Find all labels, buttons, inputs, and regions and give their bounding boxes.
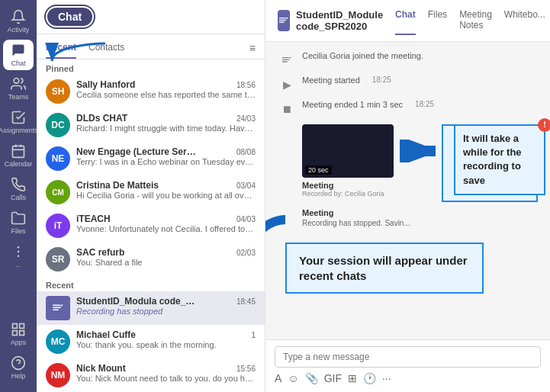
sticker-icon[interactable]: ⊞ — [348, 372, 357, 384]
meeting-title: StudentID_Module code_SPR2020 — [296, 9, 383, 32]
recording-subtitle: Recorded by: Cecilia Goria — [302, 190, 394, 198]
end-icon: ⏹ — [278, 100, 296, 118]
chat-info: DLDs CHAT 24/03 Richard: I might struggl… — [76, 113, 256, 133]
main-header: StudentID_Module code_SPR2020 Chat Files… — [265, 0, 550, 42]
chat-time: 24/03 — [236, 114, 256, 123]
sidebar-item-assignments[interactable]: Assignments — [3, 107, 34, 137]
chat-item-new-engage[interactable]: NE New Engage (Lecture Services) Board 0… — [37, 142, 265, 175]
format-icon[interactable]: A — [275, 372, 281, 384]
chat-name: Cristina De Matteis — [76, 180, 159, 191]
sidebar-item-calendar[interactable]: Calendar — [3, 140, 34, 171]
chat-info: Sally Hanford 18:56 Cecilia someone else… — [76, 79, 256, 99]
chat-preview: Yvonne: Unfortunately not Cecilia. I off… — [76, 224, 256, 233]
more-options-icon[interactable]: ··· — [382, 372, 391, 384]
avatar: SR — [46, 247, 70, 272]
avatar: SH — [46, 79, 70, 104]
join-text: Cecilia Goria joined the meeting. — [302, 51, 423, 60]
recording-stopped-row: Meeting Recording has stopped. Savin... — [302, 208, 538, 227]
message-input[interactable] — [275, 346, 541, 368]
chat-item-michael[interactable]: MC Michael Cuffe 1 You: thank you. speak… — [37, 325, 265, 358]
chat-name: StudentID_Modula code_SPR2020 — [76, 296, 198, 307]
chat-name: Michael Cuffe — [76, 329, 136, 340]
chat-info: SAC refurb 02/03 You: Shared a file — [76, 247, 256, 267]
filter-icon[interactable]: ≡ — [249, 37, 256, 59]
sidebar-item-more[interactable]: ... — [3, 241, 34, 272]
chat-item-nick[interactable]: NM Nick Mount 15:56 You: Nick Mount need… — [37, 358, 265, 392]
avatar — [46, 296, 70, 320]
avatar: CM — [46, 180, 70, 204]
emoji-icon[interactable]: ☺ — [288, 372, 298, 384]
sidebar-item-activity[interactable]: Activity — [3, 6, 34, 37]
session-arrow-decoration — [265, 212, 301, 265]
chat-item-sally[interactable]: SH Sally Hanford 18:56 Cecilia someone e… — [37, 75, 265, 108]
video-duration: 20 sec — [305, 165, 332, 175]
chat-time: 1 — [251, 331, 256, 339]
chat-preview: You: Nick Mount need to talk to you. do … — [76, 374, 256, 383]
avatar: iT — [46, 214, 70, 238]
main-content: StudentID_Module code_SPR2020 Chat Files… — [265, 0, 550, 392]
message-input-area: A ☺ 📎 GIF ⊞ 🕐 ··· — [265, 339, 550, 392]
tab-whiteboard[interactable]: Whitebo... — [504, 6, 545, 35]
avatar: NE — [46, 146, 70, 171]
message-join: Cecilia Goria joined the meeting. — [278, 51, 538, 69]
tab-recent[interactable]: Recent — [46, 37, 76, 59]
chat-preview-recording: Recording has stopped — [76, 307, 256, 316]
video-thumbnail[interactable]: 20 sec — [302, 124, 394, 178]
chat-time: 04/03 — [236, 215, 256, 223]
chat-info: New Engage (Lecture Services) Board 08/0… — [76, 146, 256, 166]
chat-name: Sally Hanford — [76, 79, 135, 90]
start-text: Meeting started — [302, 76, 360, 85]
message-ended: ⏹ Meeting ended 1 min 3 sec 18:25 — [278, 100, 538, 118]
sidebar-item-help[interactable]: Help — [3, 352, 34, 383]
end-time: 18:25 — [415, 100, 434, 108]
chat-info: iTEACH 04/03 Yvonne: Unfortunately not C… — [76, 214, 256, 233]
main-body: Cecilia Goria joined the meeting. ▶ Meet… — [265, 42, 550, 339]
svg-point-0 — [14, 79, 19, 84]
meeting-icon — [278, 10, 290, 31]
chat-info: Michael Cuffe 1 You: thank you. speak in… — [76, 329, 256, 349]
tab-contacts[interactable]: Contacts — [88, 37, 124, 59]
svg-point-6 — [18, 251, 20, 253]
chat-title: Chat — [46, 6, 94, 27]
recent-section-label: Recent — [37, 276, 265, 291]
chat-list: Pinned SH Sally Hanford 18:56 Cecilia so… — [37, 59, 265, 392]
end-text: Meeting ended 1 min 3 sec — [302, 100, 403, 109]
sidebar: Activity Chat Teams Assignments Calendar… — [0, 0, 37, 392]
sidebar-item-teams[interactable]: Teams — [3, 73, 34, 104]
chat-panel-header: Chat — [37, 0, 265, 34]
chat-info: StudentID_Modula code_SPR2020 18:45 Reco… — [76, 296, 256, 316]
join-icon — [278, 51, 296, 69]
tab-chat[interactable]: Chat — [395, 6, 416, 35]
chat-name: SAC refurb — [76, 247, 124, 258]
sidebar-item-calls[interactable]: Calls — [3, 174, 34, 204]
annotation-session: Your session will appear under recent ch… — [285, 243, 484, 294]
chat-time: 15:56 — [236, 365, 256, 373]
chat-preview: Terry: I was in a Echo webinar on Tuesda… — [76, 157, 256, 166]
schedule-icon[interactable]: 🕐 — [363, 372, 376, 384]
chat-item-sac[interactable]: SR SAC refurb 02/03 You: Shared a file — [37, 243, 265, 276]
svg-rect-11 — [13, 331, 18, 336]
chat-time: 02/03 — [236, 249, 256, 257]
sidebar-item-chat[interactable]: Chat — [3, 40, 34, 70]
tab-meeting-notes[interactable]: Meeting Notes — [459, 6, 492, 35]
chat-item-cristina[interactable]: CM Cristina De Matteis 03/04 Hi Cecilia … — [37, 175, 265, 209]
svg-point-5 — [18, 246, 20, 249]
chat-preview: You: Shared a file — [76, 258, 256, 267]
chat-item-iteach[interactable]: iT iTEACH 04/03 Yvonne: Unfortunately no… — [37, 209, 265, 243]
annotation-taketime: It will take a while for the recording t… — [454, 124, 545, 195]
chat-preview: You: thank you. speak in the morning. — [76, 340, 256, 349]
chat-item-dlds[interactable]: DC DLDs CHAT 24/03 Richard: I might stru… — [37, 108, 265, 142]
input-toolbar: A ☺ 📎 GIF ⊞ 🕐 ··· — [275, 371, 541, 386]
svg-rect-8 — [13, 324, 18, 329]
gif-icon[interactable]: GIF — [324, 372, 342, 384]
sidebar-item-apps[interactable]: Apps — [3, 319, 34, 349]
right-arrow-decoration — [400, 140, 436, 162]
attach-icon[interactable]: 📎 — [305, 372, 318, 384]
avatar: NM — [46, 363, 70, 387]
chat-name: Nick Mount — [76, 363, 126, 374]
chat-item-studentid[interactable]: StudentID_Modula code_SPR2020 18:45 Reco… — [37, 291, 265, 325]
recording-stopped-sub: Recording has stopped. Savin... — [302, 219, 410, 227]
sidebar-item-files[interactable]: Files — [3, 207, 34, 238]
tab-files[interactable]: Files — [428, 6, 447, 35]
chat-name: New Engage (Lecture Services) Board — [76, 146, 198, 157]
